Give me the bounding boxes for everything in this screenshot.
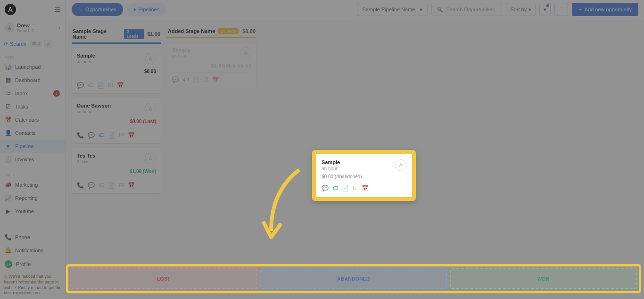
column-count-badge: 1 Leads (218, 28, 239, 34)
action-tag-icon[interactable]: 🏷 (332, 185, 338, 191)
sidebar-item-launchpad[interactable]: 📊Launchpad (0, 60, 66, 74)
sidebar-item-reporting[interactable]: 📈Reporting (0, 191, 66, 205)
action-doc-icon[interactable]: 📄 (192, 76, 199, 83)
action-cal-icon[interactable]: 📅 (117, 82, 124, 89)
card-avatar: A (145, 153, 156, 164)
filter-icon: ▾ (544, 7, 546, 13)
sidebar-item-inbox[interactable]: 🗂Inbox1 (0, 87, 66, 100)
sidebar-item-notifications[interactable]: 🔔Notifications (0, 244, 66, 257)
column-title: Sample Stage Name (73, 28, 121, 40)
nav-label-text: Inbox (15, 91, 28, 96)
action-tag-icon[interactable]: 🏷 (183, 76, 189, 83)
hamburger-icon[interactable]: ☰ (55, 6, 61, 13)
action-call-icon[interactable]: 📞 (77, 132, 84, 139)
contacts-icon: 👤 (5, 130, 11, 136)
header: ☼ Opportunities ▾ Pipelines Sample Pipel… (66, 0, 644, 19)
card-amount: $0.00 (Abandoned) (322, 174, 406, 179)
nav-label-text: Reporting (15, 195, 38, 201)
action-check-icon[interactable]: ☑ (119, 182, 124, 189)
action-cal-icon[interactable]: 📅 (212, 76, 219, 83)
tasks-icon: ☑ (5, 103, 11, 110)
chevron-down-icon: ▾ (420, 7, 422, 13)
action-doc-icon[interactable]: 📄 (108, 182, 115, 189)
more-button[interactable]: ⋮ (554, 3, 568, 16)
action-tag-icon[interactable]: 🏷 (99, 132, 104, 139)
tab-label: Opportunities (85, 7, 116, 12)
action-tag-icon[interactable]: 🏷 (88, 82, 93, 89)
sidebar-item-contacts[interactable]: 👤Contacts (0, 126, 66, 140)
nav-label-text: Pipeline (15, 143, 33, 149)
card-avatar: A (145, 103, 156, 114)
tab-opportunities[interactable]: ☼ Opportunities (72, 3, 123, 16)
sidebar-item-profile[interactable]: GPProfile (0, 257, 66, 271)
action-call-icon[interactable]: 📞 (77, 182, 84, 189)
nav-label-text: Tasks (15, 104, 28, 109)
opportunity-card[interactable]: Tes Tes 2 days A $1.00 (Won) 📞 💬 🏷 📄 ☑ 📅 (72, 148, 161, 194)
nav-tools: Tools 📣Marketing 📈Reporting ▶Youtube (0, 169, 66, 221)
nav-label-text: Dashboard (15, 77, 41, 83)
action-chat-icon[interactable]: 💬 (172, 76, 179, 83)
action-doc-icon[interactable]: 📄 (108, 132, 115, 139)
tab-label: Pipelines (139, 7, 160, 12)
opportunity-card[interactable]: Dune Sawson an hour A $0.00 (Lost) 📞 💬 🏷… (72, 98, 161, 144)
add-opportunity-button[interactable]: + Add new opportunity (572, 3, 638, 16)
action-doc-icon[interactable]: 📄 (342, 185, 349, 191)
sidebar-item-invoices[interactable]: 🧾Invoices (0, 153, 66, 166)
filter-active-dot (546, 4, 549, 7)
dropzone-won[interactable]: WON (450, 268, 637, 289)
dropzone-abandoned[interactable]: ABANDONED (260, 268, 447, 289)
action-check-icon[interactable]: ☑ (203, 76, 208, 83)
lightning-button[interactable]: ⚡ (44, 40, 52, 48)
nav-apps: Apps 📊Launchpad ▦Dashboard 🗂Inbox1 ☑Task… (0, 51, 66, 169)
action-tag-icon[interactable]: 🏷 (99, 182, 104, 189)
sidebar-top: A ☰ (0, 0, 66, 19)
sort-label: Sort by (510, 7, 527, 12)
sidebar-item-youtube[interactable]: ▶Youtube (0, 205, 66, 218)
search-label: Search (10, 41, 26, 47)
sidebar-item-pipeline[interactable]: ▼Pipeline (0, 140, 66, 153)
nav-label-text: Notifications (15, 248, 43, 253)
app-logo[interactable]: A (5, 4, 16, 15)
action-chat-icon[interactable]: 💬 (77, 82, 84, 89)
marketing-icon: 📣 (5, 182, 11, 188)
card-avatar: A (145, 53, 156, 64)
card-title: Sample (172, 47, 190, 53)
card-time: an hour (77, 109, 111, 114)
user-selector[interactable]: A Drew Drew L.C. ▾ (0, 19, 66, 37)
opportunity-card[interactable]: Sample an hour A $0.00 (Abandoned) 💬 🏷 📄… (167, 42, 256, 88)
action-doc-icon[interactable]: 📄 (97, 82, 104, 89)
opportunity-card[interactable]: Sample an hour A $0.00 💬 🏷 📄 ☑ 📅 (72, 48, 161, 94)
nav-label-text: Marketing (15, 182, 38, 188)
notice-link[interactable]: Kindly reload (18, 285, 43, 290)
search-button[interactable]: ⟳ Search ⌘ K (4, 41, 42, 47)
dropzone-lost[interactable]: LOST (70, 268, 257, 289)
pipeline-icon: ▼ (5, 143, 11, 150)
action-chat-icon[interactable]: 💬 (88, 132, 95, 139)
dragged-opportunity-card[interactable]: Sample an hour A $0.00 (Abandoned) 💬 🏷 📄… (312, 150, 416, 201)
nav-label-text: Youtube (15, 208, 34, 214)
tab-pipelines[interactable]: ▾ Pipelines (127, 3, 166, 16)
sidebar-item-marketing[interactable]: 📣Marketing (0, 178, 66, 191)
action-check-icon[interactable]: ☑ (119, 132, 124, 139)
sidebar-item-dashboard[interactable]: ▦Dashboard (0, 74, 66, 87)
action-chat-icon[interactable]: 💬 (88, 182, 95, 189)
action-check-icon[interactable]: ☑ (108, 82, 113, 89)
sidebar-item-calendars[interactable]: 📅Calendars (0, 113, 66, 126)
header-right: Sample Pipeline Name ▾ 🔍 Search Opportun… (357, 3, 638, 16)
action-cal-icon[interactable]: 📅 (128, 182, 135, 189)
sidebar-item-tasks[interactable]: ☑Tasks (0, 100, 66, 113)
action-chat-icon[interactable]: 💬 (322, 185, 329, 191)
calendar-icon: 📅 (5, 116, 11, 123)
column-header: Added Stage Name 1 Leads $0.00 (167, 25, 256, 37)
action-cal-icon[interactable]: 📅 (362, 185, 369, 191)
search-opportunities-input[interactable]: 🔍 Search Opportunities (431, 3, 502, 16)
action-cal-icon[interactable]: 📅 (128, 132, 135, 139)
card-time: an hour (322, 166, 340, 171)
action-check-icon[interactable]: ☑ (353, 185, 358, 191)
add-label: Add new opportunity (585, 7, 632, 12)
search-shortcut: ⌘ K (30, 41, 42, 47)
sidebar-item-phone[interactable]: 📞Phone (0, 231, 66, 244)
sort-by-button[interactable]: Sort by ▾ (506, 3, 536, 16)
filter-button[interactable]: ▾ (539, 3, 551, 16)
pipeline-selector[interactable]: Sample Pipeline Name ▾ (357, 3, 428, 16)
